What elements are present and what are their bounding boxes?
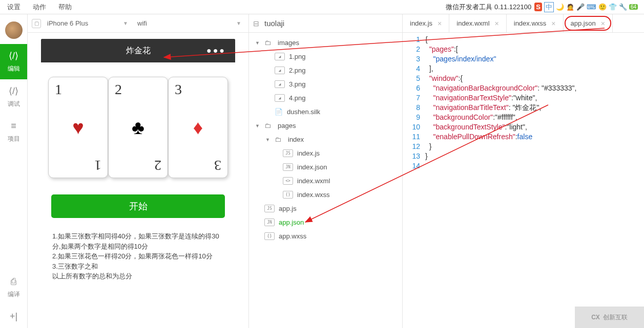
close-icon[interactable]: × [495, 19, 499, 28]
debug-icon: ⟨/⟩ [9, 85, 18, 97]
editor-pane: index.js×index.wxml×index.wxss×app.json×… [403, 14, 644, 328]
keyboard-icon: ⌨ [587, 3, 596, 11]
device-label: iPhone 6 Plus [47, 19, 88, 27]
code-area[interactable]: 1234567891011121314 { "pages":[ "pages/i… [403, 33, 644, 328]
code-line: "pages/index/index" [425, 54, 644, 64]
close-icon[interactable]: × [601, 19, 605, 28]
sidebar-item-compile[interactable]: ⎙ 编译 [0, 270, 27, 305]
img-badge: ◢ [275, 94, 285, 102]
card-suit-icon: ♦ [193, 117, 203, 139]
sidebar-item-label: 编译 [8, 290, 20, 299]
ime-cn-icon: 中 [544, 2, 554, 12]
editor-tabs: index.js×index.wxml×index.wxss×app.json× [403, 14, 644, 33]
file-label: index.js [297, 149, 320, 157]
tree-row[interactable]: {}app.wxss [249, 229, 402, 243]
folder-label: pages [278, 122, 296, 129]
tree-row[interactable]: 📄dushen.silk [249, 105, 402, 119]
editor-tab[interactable]: index.js× [403, 14, 449, 32]
preview-pane: ▢ iPhone 6 Plus ▼ wifi ▼ 炸金花 ●●● 1 ♥ 12 [28, 14, 249, 328]
tree-row[interactable]: JSindex.js [249, 146, 402, 160]
file-label: app.js [279, 205, 297, 212]
file-label: 3.png [289, 80, 306, 88]
rule-line: 1.如果三张数字相同得40分，如果三张数字是连续的得30分,如果两个数字是相同的… [52, 231, 224, 251]
editor-tab[interactable]: app.json× [564, 14, 613, 32]
tree-row[interactable]: <>index.wxml [249, 174, 402, 188]
sogou-icon: S [534, 3, 542, 11]
tab-label: index.wxss [514, 19, 547, 27]
line-number: 12 [403, 142, 420, 151]
close-icon[interactable]: × [438, 19, 442, 28]
playing-card[interactable]: 1 ♥ 1 [48, 77, 108, 178]
code-line: } [425, 151, 644, 161]
tree-row[interactable]: ◢1.png [249, 50, 402, 63]
start-button[interactable]: 开始 [51, 194, 225, 218]
sidebar-item-label: 编辑 [8, 64, 20, 73]
tree-toggle-icon[interactable]: ⊟ [253, 19, 259, 28]
code-line: { [425, 35, 644, 45]
moon-icon: 🌙 [556, 3, 564, 11]
folder-label: images [278, 39, 299, 47]
sidebar-item-project[interactable]: ≡ 项目 [0, 115, 27, 149]
card-number: 3 [214, 157, 221, 173]
tree-row[interactable]: ▼🗀images [249, 36, 402, 50]
viewport-icon[interactable]: ▢ [32, 19, 41, 28]
sidebar-item-debug[interactable]: ⟨/⟩ 调试 [0, 79, 27, 115]
menu-settings[interactable]: 设置 [2, 1, 26, 14]
menu-action[interactable]: 动作 [28, 1, 51, 14]
folder-label: index [288, 136, 304, 143]
rule-line: 2.如果三张花色一样得20分，如果两张花色一样得10分 [52, 251, 224, 261]
file-explorer: ⊟ tuolaji ▼🗀images◢1.png◢2.png◢3.png◢4.p… [249, 14, 403, 328]
rules-text: 1.如果三张数字相同得40分，如果三张数字是连续的得30分,如果两个数字是相同的… [52, 231, 224, 281]
tree-row[interactable]: JNindex.json [249, 160, 402, 174]
sidebar-item-edit[interactable]: ⟨/⟩ 编辑 [0, 44, 27, 79]
tree-row[interactable]: ▼🗀pages [249, 119, 402, 133]
code-icon: ⟨/⟩ [9, 50, 18, 61]
tree-row[interactable]: ◢2.png [249, 63, 402, 77]
compile-icon: ⎙ [11, 276, 16, 287]
person-icon: 🙍 [566, 3, 574, 11]
shirt-icon: 👕 [609, 3, 617, 11]
device-select[interactable]: iPhone 6 Plus ▼ [44, 17, 131, 30]
card-suit-icon: ♥ [72, 117, 84, 139]
file-label: index.wxss [297, 191, 330, 199]
phone-simulator: 炸金花 ●●● 1 ♥ 12 ♣ 23 ♦ 3 开始 1.如果三张数字相同得40… [41, 39, 235, 322]
menubar: 设置 动作 帮助 微信开发者工具 0.11.122100 S 中 🌙 🙍 🎤 ⌨… [0, 0, 644, 14]
phone-navbar: 炸金花 ●●● [41, 39, 235, 62]
tree-row[interactable]: ◢3.png [249, 77, 402, 91]
tree-row[interactable]: ◢4.png [249, 91, 402, 105]
file-badge: JN [283, 163, 293, 171]
code-line: "backgroundTextStyle":"light", [425, 122, 644, 132]
avatar[interactable] [5, 21, 23, 39]
editor-tab[interactable]: index.wxml× [449, 14, 506, 32]
tree-row[interactable]: ▼🗀index [249, 133, 402, 146]
code-line: "navigationBarTitleText": "炸金花", [425, 103, 644, 113]
editor-tab[interactable]: index.wxss× [507, 14, 564, 32]
tree-row[interactable]: JSapp.js [249, 202, 402, 215]
code-line: "pages":[ [425, 45, 644, 54]
code-line [425, 161, 644, 171]
sidebar-item-label: 项目 [8, 135, 20, 143]
tab-label: index.js [410, 19, 432, 27]
file-label: app.json [279, 218, 304, 226]
sidebar-item-add[interactable]: +| [0, 305, 27, 328]
menu-help[interactable]: 帮助 [53, 1, 77, 14]
playing-card[interactable]: 2 ♣ 2 [108, 77, 168, 178]
tree-row[interactable]: JNapp.json [249, 215, 402, 229]
file-badge: JS [283, 149, 293, 157]
chevron-down-icon: ▼ [123, 20, 128, 26]
network-select[interactable]: wifi ▼ [134, 17, 244, 30]
code-line: "window":{ [425, 74, 644, 83]
code-line: ], [425, 64, 644, 74]
tab-label: app.json [571, 19, 596, 27]
line-number: 4 [403, 64, 420, 74]
card-number: 1 [55, 81, 62, 98]
file-badge: {} [283, 191, 293, 199]
line-number: 1 [403, 35, 420, 45]
code-content[interactable]: { "pages":[ "pages/index/index" ], "wind… [425, 35, 644, 326]
file-label: index.wxml [297, 177, 330, 185]
face-icon: 🙂 [598, 3, 607, 11]
playing-card[interactable]: 3 ♦ 3 [168, 77, 228, 178]
tree-row[interactable]: {}index.wxss [249, 188, 402, 202]
phone-nav-menu-icon[interactable]: ●●● [206, 46, 226, 55]
close-icon[interactable]: × [551, 19, 555, 28]
